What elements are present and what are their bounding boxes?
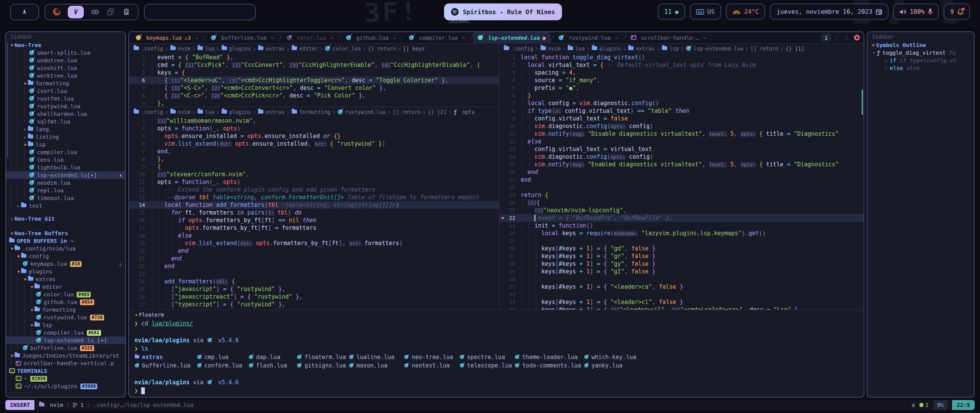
code-line[interactable]: 5│ keys = {	[129, 69, 499, 76]
pane-color-body[interactable]: 3│ event = { "BufRead" },4│ cmd = { [1]"…	[129, 54, 499, 107]
tree-item[interactable]: │ │ ▾lsp	[6, 141, 125, 148]
floaterm-terminal[interactable]: ❯ cd lua/plugins/nvim/lua/plugins via v5…	[129, 319, 864, 395]
tree-item[interactable]: │ │ │ winshift.lua	[6, 64, 125, 72]
code-line[interactable]: 21│ │ │ end	[129, 255, 499, 262]
tree-item[interactable]: ~/.c/n/l/plugins#3980	[6, 382, 125, 390]
tab-close-button[interactable]: ×	[393, 35, 396, 41]
code-line[interactable]: 3│ [1]"williamboman/mason.nvim",	[129, 117, 499, 125]
tree-item[interactable]: │ │ │ lightbulb.lua	[6, 164, 125, 171]
code-line[interactable]: 17end	[499, 176, 864, 184]
code-line[interactable]: 14│ │ vim.diagnostic.config(opts: config…	[499, 153, 864, 161]
tree-item[interactable]: │ │ │ smart-splits.lua	[6, 49, 125, 57]
tree-item[interactable]: │ │ │ undotree.lua	[6, 57, 125, 64]
tree-item[interactable]: │ │ │ isort.lua	[6, 87, 125, 95]
code-line[interactable]: 11│ opts = function(_, opts)	[129, 178, 499, 186]
tree-item[interactable]: │ └ bufferline.lua#328	[6, 344, 125, 352]
workspace-firefox-icon[interactable]	[52, 7, 61, 16]
code-line[interactable]: 27│ │ │ keys[#keys + 1] = { "gr", false …	[499, 252, 864, 260]
code-line[interactable]: 12│ else	[499, 138, 864, 145]
tab-close-button[interactable]: ×	[615, 35, 618, 41]
neotree-section-header[interactable]: ▾ Neo-Tree	[6, 41, 125, 49]
pane-lsp-scrollbar[interactable]	[862, 89, 863, 115]
keyboard-layout-widget[interactable]: US	[690, 3, 721, 20]
code-line[interactable]: 9│ │ config.virtual_text = false	[499, 115, 864, 122]
code-line[interactable]: 6│ │ { [1]"<leader>uC", [2]"<cmd>CccHigh…	[129, 76, 499, 84]
tree-item[interactable]: │ ▾plugins	[6, 268, 125, 275]
music-widget[interactable]: Spiritbox - Rule Of Nines	[444, 3, 562, 20]
tab-close-button[interactable]: ×	[195, 35, 198, 41]
tree-item[interactable]: │ ▸test	[6, 202, 125, 210]
tab-page-other[interactable]: 2	[843, 35, 850, 41]
tree-item[interactable]: │ │ │ rustfmt.lua	[6, 95, 125, 102]
code-line[interactable]: 24│ │ │ local keys = require(modname: "l…	[499, 229, 864, 237]
tab-color.lua[interactable]: color.lua×	[282, 32, 338, 44]
code-line[interactable]: 30│ │ │	[499, 275, 864, 283]
code-line[interactable]: 8│ },	[129, 155, 499, 163]
tree-item[interactable]: │ │ │ └ github.lua#654	[6, 298, 125, 306]
code-line[interactable]: 6│ }	[499, 92, 864, 99]
tree-item[interactable]: │ │ │ compiler.lua	[6, 148, 125, 156]
code-line[interactable]: 9│ },	[129, 99, 499, 107]
outline-item[interactable]: ▾ƒtoggle_diag_virtext fu	[867, 49, 974, 57]
code-line[interactable]: 10│ [1]"stevearc/conform.nvim",	[129, 171, 499, 178]
code-line[interactable]: 13│ │ ---@param tbl table<string, confor…	[129, 193, 499, 201]
counter-widget[interactable]: 11 ◉	[658, 3, 685, 20]
code-line[interactable]: 7│ end,	[129, 148, 499, 155]
code-line[interactable]: 4│ │ source = "if_many",	[499, 76, 864, 84]
code-line[interactable]: 20│ │ │ │ end	[129, 247, 499, 255]
weather-widget[interactable]: 24°C	[726, 3, 766, 20]
code-line[interactable]: 6│ │ vim.list_extend(dst: opts.ensure_in…	[129, 140, 499, 148]
pane-rustywind-body[interactable]: 3│ [1]"williamboman/mason.nvim",4│ opts …	[129, 117, 499, 310]
tab-scrollbar-handle-[interactable]: scrollbar-handle-…×	[626, 32, 711, 44]
tree-item[interactable]: │ │ │ lens.lua	[6, 156, 125, 164]
code-line[interactable]: 18	[499, 184, 864, 191]
tree-item[interactable]: ~#2859	[6, 375, 125, 382]
code-line[interactable]: 11│ │ vim.notify(msg: "Disable diagnosti…	[499, 130, 864, 138]
tree-item[interactable]: │ │ │ ▾editor	[6, 283, 125, 291]
code-line[interactable]: 3│ event = { "BufRead" },	[129, 54, 499, 61]
tab-compiler.lua[interactable]: compiler.lua×	[404, 32, 470, 44]
workspace-gamepad-icon[interactable]	[90, 7, 100, 16]
code-line[interactable]: 33│ │ │ keys[#keys + 1] = { "<leader>cl"…	[499, 298, 864, 306]
tree-item[interactable]: │ │ │ shellharden.lua	[6, 110, 125, 118]
code-line[interactable]: 5│ │ prefix = "●",	[499, 84, 864, 92]
code-line[interactable]: 5│ │ opts.ensure_installed = opts.ensure…	[129, 132, 499, 140]
code-line[interactable]: 25│ │ │ ["javascript"] = { "rustywind" }…	[129, 285, 499, 293]
tree-item[interactable]: │ │ │ │ compiler.lua#682	[6, 329, 125, 337]
code-line[interactable]: 27│ │ │ ["typescript"] = { "rustywind" }…	[129, 301, 499, 308]
tree-item[interactable]: │ │ └ timeout.lua	[6, 194, 125, 202]
tree-item[interactable]: │ │ ▸linting	[6, 133, 125, 141]
tab-close-button[interactable]: ×	[271, 35, 274, 41]
code-line[interactable]: 3│ │ spacing = 4,	[499, 69, 864, 76]
tree-item[interactable]: │ │ │ neodim.lua	[6, 179, 125, 187]
code-line[interactable]: 34│ │ │ keys[#keys + 1] = { [1]"<leader>…	[499, 306, 864, 310]
workspace-neovim-active[interactable]: V	[68, 6, 84, 18]
code-line[interactable]: 26│ │ │ keys[#keys + 1] = { "gd", false …	[499, 245, 864, 252]
tab-close-button[interactable]: ×	[703, 35, 706, 41]
code-line[interactable]: 13│ │ config.virtual_text = virtual_text	[499, 145, 864, 153]
code-line[interactable]: 19return {	[499, 191, 864, 199]
tree-item[interactable]: │ │ └ worktree.lua	[6, 72, 125, 80]
code-line[interactable]: ●22│ │ ▎event = { "BufReadPre", "BufNewF…	[499, 214, 864, 222]
tree-item[interactable]: └ scrollbar-handle-vertical.p	[6, 359, 125, 367]
tab-keymaps.lua[interactable]: keymaps.lua⚠3×	[131, 32, 203, 44]
code-line[interactable]: 1local function toggle_diag_virtext()	[499, 54, 864, 61]
tree-item[interactable]: ▾Juegos/Indies/SteamLibrary/st	[6, 352, 125, 359]
code-line[interactable]: 18│ │ │ │ else	[129, 232, 499, 239]
tab-bufferline.lua[interactable]: bufferline.lua×	[206, 32, 278, 44]
sidebar-scrollbar[interactable]	[7, 43, 8, 158]
code-line[interactable]: 17│ │ │ │ │ opts.formatters_by_ft[ft] = …	[129, 224, 499, 232]
code-line[interactable]: 8│ if type(v: config.virtual_text) == "t…	[499, 107, 864, 115]
close-all-button[interactable]	[854, 35, 860, 41]
code-line[interactable]: 10│ │ vim.diagnostic.config(opts: config…	[499, 122, 864, 130]
audio-visualizer[interactable]	[144, 4, 256, 20]
code-line[interactable]: 15│ │ vim.notify(msg: "Enabled diagnosti…	[499, 161, 864, 168]
code-line[interactable]: 15│ │ │ for ft, formatters in pairs(t: t…	[129, 209, 499, 216]
neotree-buffers-section-header[interactable]: ▾ Neo-Tree Buffers	[6, 229, 125, 237]
code-line[interactable]: 21│ │ [1]"neovim/nvim-lspconfig",	[499, 206, 864, 214]
tree-item[interactable]: │ │ ▾formatting	[6, 80, 125, 87]
neotree-git-section-header[interactable]: ▸ Neo-Tree Git	[6, 215, 125, 223]
code-line[interactable]: 25│ │ │	[499, 237, 864, 245]
code-line[interactable]: 23│ │ init = function()	[499, 222, 864, 229]
workspace-windows-icon[interactable]	[106, 7, 115, 16]
